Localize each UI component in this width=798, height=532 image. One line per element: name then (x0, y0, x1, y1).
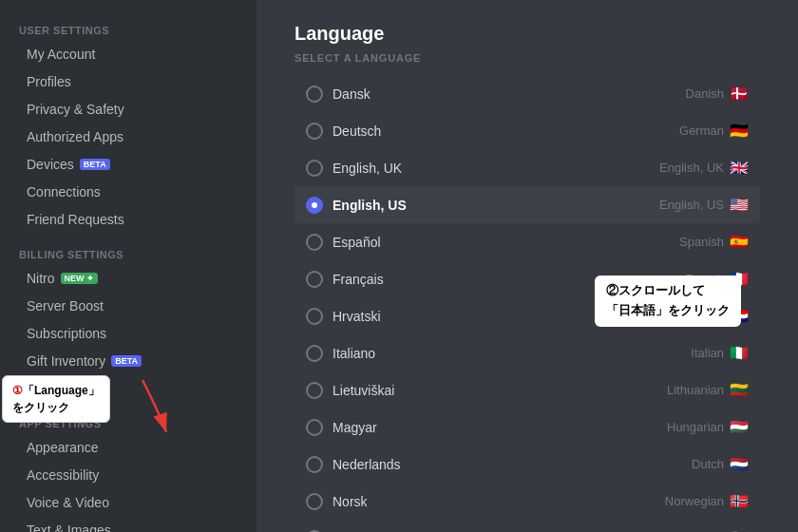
lang-name-italiano: Italiano (332, 346, 375, 361)
flag-english-us: 🇺🇸 (730, 196, 749, 214)
sidebar-item-billing[interactable]: Billing (8, 375, 249, 402)
lang-left: Nederlands (306, 456, 401, 473)
sidebar-item-privacy-safety[interactable]: Privacy & Safety (8, 96, 249, 123)
flag-deutsch: 🇩🇪 (730, 122, 749, 140)
language-row-deutsch[interactable]: Deutsch German 🇩🇪 (294, 112, 760, 149)
lang-native-espanol: Spanish (679, 235, 724, 249)
sidebar-item-nitro[interactable]: Nitro NEW ✦ (8, 265, 249, 292)
language-row-dansk[interactable]: Dansk Danish 🇩🇰 (294, 75, 760, 112)
lang-name-hrvatski: Hrvatski (332, 309, 381, 324)
main-content: Language SELECT A LANGUAGE Dansk Danish … (256, 0, 798, 532)
lang-name-francais: Français (332, 272, 384, 287)
lang-left: Italiano (306, 345, 375, 362)
radio-lietuviskai[interactable] (306, 382, 323, 399)
lang-left: English, US (306, 197, 407, 214)
lang-left: Norsk (306, 493, 368, 510)
lang-name-dansk: Dansk (332, 86, 370, 102)
radio-english-uk[interactable] (306, 160, 323, 177)
radio-magyar[interactable] (306, 419, 323, 436)
sidebar-item-label: Gift Inventory (27, 353, 105, 369)
sidebar-item-devices[interactable]: Devices BETA (8, 151, 249, 178)
language-row-francais[interactable]: Français French 🇫🇷 (294, 260, 760, 297)
language-list: Dansk Danish 🇩🇰 Deutsch German 🇩🇪 Englis… (294, 75, 760, 532)
language-row-norsk[interactable]: Norsk Norwegian 🇳🇴 (294, 483, 760, 520)
lang-left: English, UK (306, 160, 402, 177)
radio-espanol[interactable] (306, 234, 323, 251)
sidebar-item-label: Voice & Video (27, 495, 109, 510)
lang-left: Deutsch (306, 123, 381, 140)
lang-name-english-us: English, US (332, 198, 407, 213)
lang-right-francais: French 🇫🇷 (686, 270, 749, 288)
sidebar-item-label: Billing (27, 381, 62, 396)
sidebar-item-server-boost[interactable]: Server Boost (8, 293, 249, 319)
lang-native-hrvatski: Croatian (677, 309, 724, 323)
lang-native-italiano: Italian (691, 346, 724, 360)
radio-italiano[interactable] (306, 345, 323, 362)
beta-badge-gift: BETA (111, 355, 142, 367)
sidebar-item-voice-video[interactable]: Voice & Video (8, 489, 249, 516)
radio-norsk[interactable] (306, 493, 323, 510)
language-row-english-uk[interactable]: English, UK English, UK 🇬🇧 (294, 149, 760, 186)
flag-espanol: 🇪🇸 (730, 233, 749, 251)
section-header-app: APP SETTINGS (0, 403, 256, 433)
sidebar-item-gift-inventory[interactable]: Gift Inventory BETA (8, 348, 249, 374)
lang-right-dansk: Danish 🇩🇰 (686, 85, 749, 103)
radio-dansk[interactable] (306, 86, 323, 103)
radio-nederlands[interactable] (306, 456, 323, 473)
radio-english-us[interactable] (306, 197, 323, 214)
radio-hrvatski[interactable] (306, 308, 323, 325)
new-badge: NEW ✦ (61, 273, 99, 284)
language-row-magyar[interactable]: Magyar Hungarian 🇭🇺 (294, 408, 760, 446)
sidebar-item-label: Privacy & Safety (27, 102, 124, 117)
language-row-italiano[interactable]: Italiano Italian 🇮🇹 (294, 334, 760, 371)
language-row-hrvatski[interactable]: Hrvatski Croatian 🇭🇷 (294, 297, 760, 334)
sidebar-item-authorized-apps[interactable]: Authorized Apps (8, 124, 249, 150)
sidebar-item-friend-requests[interactable]: Friend Requests (8, 206, 249, 233)
lang-left: Dansk (306, 86, 370, 103)
lang-right-deutsch: German 🇩🇪 (679, 122, 749, 140)
sidebar-item-label: Appearance (27, 440, 99, 455)
sidebar-item-subscriptions[interactable]: Subscriptions (8, 320, 249, 347)
lang-native-magyar: Hungarian (667, 420, 724, 434)
lang-left: Français (306, 271, 384, 288)
sidebar-item-label: Friend Requests (27, 212, 124, 227)
lang-right-english-us: English, US 🇺🇸 (659, 196, 749, 214)
lang-right-magyar: Hungarian 🇭🇺 (667, 418, 749, 436)
sidebar-item-appearance[interactable]: Appearance (8, 434, 249, 461)
flag-norsk: 🇳🇴 (730, 492, 749, 510)
section-header-billing: BILLING SETTINGS (0, 234, 256, 264)
sidebar-item-label: Authorized Apps (27, 129, 124, 144)
radio-francais[interactable] (306, 271, 323, 288)
sidebar-item-accessibility[interactable]: Accessibility (8, 462, 249, 488)
lang-right-lietuviskai: Lithuanian 🇱🇹 (667, 381, 749, 399)
page-title: Language (294, 23, 760, 45)
flag-hrvatski: 🇭🇷 (730, 307, 749, 325)
lang-left: Lietuviškai (306, 382, 394, 399)
lang-native-lietuviskai: Lithuanian (667, 383, 724, 397)
language-row-lietuviskai[interactable]: Lietuviškai Lithuanian 🇱🇹 (294, 371, 760, 408)
sidebar-item-profiles[interactable]: Profiles (8, 68, 249, 95)
flag-dansk: 🇩🇰 (730, 85, 749, 103)
lang-native-deutsch: German (679, 124, 724, 138)
radio-deutsch[interactable] (306, 123, 323, 140)
flag-francais: 🇫🇷 (730, 270, 749, 288)
language-row-nederlands[interactable]: Nederlands Dutch 🇳🇱 (294, 446, 760, 483)
sidebar-item-my-account[interactable]: My Account (8, 41, 249, 67)
language-row-polski[interactable]: Polski Polish 🇵🇱 (294, 520, 760, 532)
lang-right-norsk: Norwegian 🇳🇴 (665, 492, 749, 510)
sidebar-item-label: My Account (27, 47, 95, 62)
flag-english-uk: 🇬🇧 (730, 159, 749, 177)
lang-name-lietuviskai: Lietuviškai (332, 383, 394, 398)
lang-left: Magyar (306, 419, 377, 436)
language-row-espanol[interactable]: Español Spanish 🇪🇸 (294, 223, 760, 260)
sidebar-item-label: Connections (27, 184, 101, 200)
beta-badge: BETA (80, 159, 110, 170)
sidebar-item-label: Accessibility (27, 467, 99, 483)
lang-right-english-uk: English, UK 🇬🇧 (659, 159, 749, 177)
sidebar-item-connections[interactable]: Connections (8, 179, 249, 205)
language-row-english-us[interactable]: English, US English, US 🇺🇸 (294, 186, 760, 223)
lang-right-espanol: Spanish 🇪🇸 (679, 233, 749, 251)
lang-name-deutsch: Deutsch (332, 124, 381, 139)
lang-right-nederlands: Dutch 🇳🇱 (692, 455, 749, 473)
sidebar-item-text-images[interactable]: Text & Images (8, 517, 249, 532)
